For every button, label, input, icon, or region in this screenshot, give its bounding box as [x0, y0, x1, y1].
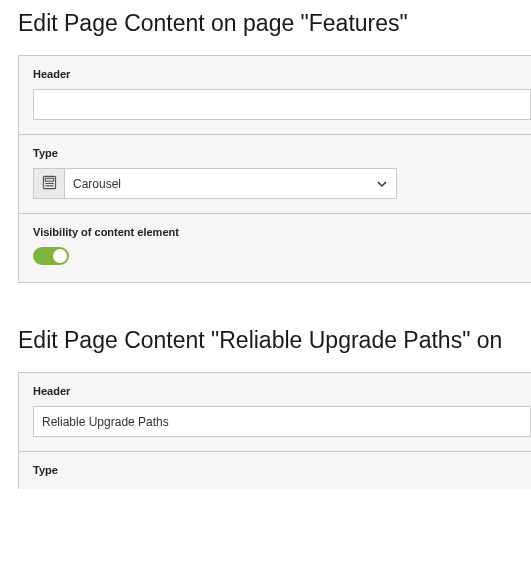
page-title-2: Edit Page Content "Reliable Upgrade Path… [0, 317, 531, 372]
header-row: Header [19, 56, 531, 135]
layout-icon [42, 175, 57, 193]
form-panel-1: Header Type Carousel Visibility of conte… [18, 55, 531, 283]
page-title: Edit Page Content on page "Features" [0, 0, 531, 55]
header-label-2: Header [33, 385, 531, 397]
type-row-2: Type [19, 452, 531, 489]
type-row: Type Carousel [19, 135, 531, 214]
type-select[interactable]: Carousel [65, 168, 397, 199]
visibility-row: Visibility of content element [19, 214, 531, 283]
type-group: Carousel [33, 168, 397, 199]
visibility-toggle[interactable] [33, 247, 69, 265]
header-label: Header [33, 68, 531, 80]
type-label-2: Type [33, 464, 531, 476]
header-row-2: Header [19, 373, 531, 452]
type-label: Type [33, 147, 531, 159]
content-type-icon-button[interactable] [33, 168, 65, 199]
svg-rect-1 [45, 178, 53, 181]
form-panel-2: Header Type [18, 372, 531, 489]
header-input-2[interactable] [33, 406, 531, 437]
toggle-knob [53, 249, 67, 263]
visibility-label: Visibility of content element [33, 226, 531, 238]
header-input[interactable] [33, 89, 531, 120]
